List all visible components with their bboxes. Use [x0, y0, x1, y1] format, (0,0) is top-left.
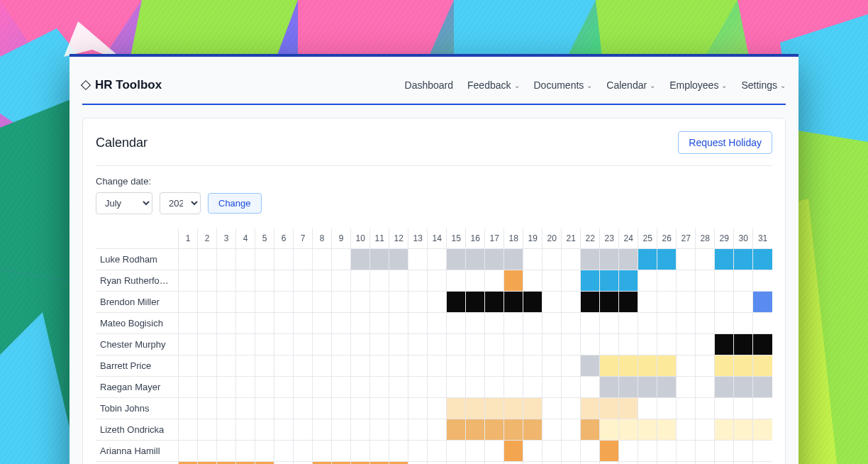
day-cell[interactable] [677, 355, 696, 376]
day-cell[interactable] [313, 440, 332, 461]
day-cell[interactable] [332, 376, 351, 397]
day-cell[interactable] [504, 376, 523, 397]
day-cell[interactable] [447, 355, 466, 376]
day-cell[interactable] [294, 291, 313, 312]
day-cell[interactable] [485, 355, 504, 376]
day-cell[interactable] [638, 419, 657, 440]
day-cell[interactable] [370, 312, 389, 333]
day-cell[interactable] [696, 291, 715, 312]
employee-name[interactable]: Arianna Hamill [96, 440, 179, 461]
day-cell[interactable] [600, 333, 619, 355]
day-cell[interactable] [523, 312, 542, 333]
day-cell[interactable] [466, 440, 485, 461]
day-cell[interactable] [466, 333, 485, 355]
day-cell[interactable] [734, 291, 753, 312]
day-cell[interactable] [485, 248, 504, 270]
day-cell[interactable] [313, 376, 332, 397]
day-cell[interactable] [657, 376, 677, 397]
day-cell[interactable] [351, 270, 370, 291]
day-cell[interactable] [753, 461, 772, 464]
day-cell[interactable] [657, 270, 677, 291]
day-cell[interactable] [408, 376, 428, 397]
day-cell[interactable] [428, 376, 447, 397]
day-cell[interactable] [428, 397, 447, 419]
day-cell[interactable] [294, 440, 313, 461]
day-cell[interactable] [753, 291, 772, 312]
day-cell[interactable] [696, 248, 715, 270]
day-cell[interactable] [619, 355, 638, 376]
day-cell[interactable] [236, 291, 255, 312]
day-cell[interactable] [753, 397, 772, 419]
day-cell[interactable] [581, 419, 600, 440]
employee-name[interactable] [96, 461, 179, 464]
day-cell[interactable] [562, 440, 581, 461]
day-cell[interactable] [715, 440, 734, 461]
day-cell[interactable] [677, 440, 696, 461]
day-cell[interactable] [715, 355, 734, 376]
day-cell[interactable] [696, 355, 715, 376]
day-cell[interactable] [734, 333, 753, 355]
day-cell[interactable] [638, 333, 657, 355]
day-cell[interactable] [198, 270, 217, 291]
day-cell[interactable] [466, 461, 485, 464]
day-cell[interactable] [274, 333, 294, 355]
day-cell[interactable] [236, 248, 255, 270]
day-cell[interactable] [408, 440, 428, 461]
day-cell[interactable] [389, 270, 408, 291]
day-cell[interactable] [542, 461, 562, 464]
day-cell[interactable] [370, 461, 389, 464]
day-cell[interactable] [217, 376, 236, 397]
day-cell[interactable] [370, 376, 389, 397]
day-cell[interactable] [274, 248, 294, 270]
employee-name[interactable]: Brendon Miller [96, 291, 179, 312]
day-cell[interactable] [428, 440, 447, 461]
month-select[interactable]: July [96, 192, 152, 214]
day-cell[interactable] [542, 333, 562, 355]
day-cell[interactable] [351, 312, 370, 333]
day-cell[interactable] [657, 248, 677, 270]
day-cell[interactable] [332, 270, 351, 291]
day-cell[interactable] [542, 355, 562, 376]
day-cell[interactable] [523, 248, 542, 270]
day-cell[interactable] [428, 419, 447, 440]
day-cell[interactable] [351, 333, 370, 355]
day-cell[interactable] [504, 397, 523, 419]
day-cell[interactable] [485, 419, 504, 440]
day-cell[interactable] [542, 248, 562, 270]
day-cell[interactable] [408, 419, 428, 440]
day-cell[interactable] [638, 376, 657, 397]
day-cell[interactable] [217, 312, 236, 333]
day-cell[interactable] [294, 355, 313, 376]
day-cell[interactable] [677, 419, 696, 440]
day-cell[interactable] [351, 461, 370, 464]
day-cell[interactable] [523, 333, 542, 355]
day-cell[interactable] [600, 291, 619, 312]
day-cell[interactable] [485, 312, 504, 333]
day-cell[interactable] [466, 376, 485, 397]
day-cell[interactable] [677, 397, 696, 419]
day-cell[interactable] [274, 376, 294, 397]
day-cell[interactable] [255, 312, 274, 333]
day-cell[interactable] [351, 291, 370, 312]
day-cell[interactable] [562, 248, 581, 270]
day-cell[interactable] [198, 440, 217, 461]
day-cell[interactable] [715, 419, 734, 440]
day-cell[interactable] [562, 397, 581, 419]
nav-item-calendar[interactable]: Calendar⌄ [606, 79, 655, 91]
day-cell[interactable] [370, 333, 389, 355]
day-cell[interactable] [581, 376, 600, 397]
day-cell[interactable] [542, 312, 562, 333]
day-cell[interactable] [542, 419, 562, 440]
day-cell[interactable] [466, 355, 485, 376]
day-cell[interactable] [600, 355, 619, 376]
day-cell[interactable] [753, 312, 772, 333]
day-cell[interactable] [466, 397, 485, 419]
day-cell[interactable] [351, 355, 370, 376]
day-cell[interactable] [370, 355, 389, 376]
day-cell[interactable] [408, 312, 428, 333]
day-cell[interactable] [351, 376, 370, 397]
day-cell[interactable] [389, 355, 408, 376]
day-cell[interactable] [657, 291, 677, 312]
day-cell[interactable] [370, 248, 389, 270]
day-cell[interactable] [447, 270, 466, 291]
